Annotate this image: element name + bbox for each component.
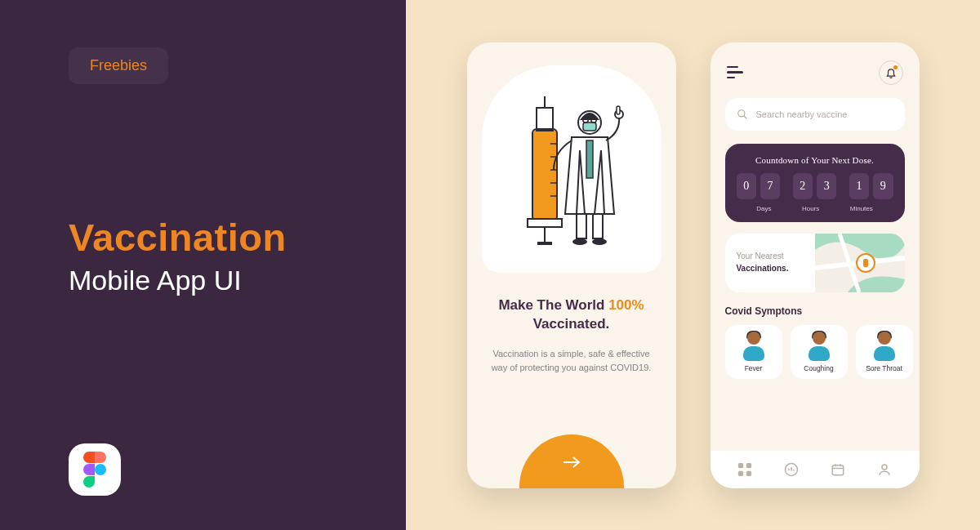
heading-pre: Make The World	[498, 297, 608, 313]
svg-rect-34	[832, 465, 844, 474]
symptom-label: Coughing	[804, 364, 833, 372]
svg-rect-16	[586, 140, 593, 178]
svg-rect-28	[863, 259, 868, 267]
symptom-label: Sore Throat	[866, 364, 902, 372]
phone-onboarding: Make The World 100% Vaccinated. Vaccinat…	[467, 42, 676, 488]
digit: 0	[737, 173, 756, 199]
freebies-badge: Freebies	[69, 47, 168, 84]
person-icon	[804, 332, 834, 361]
title-main: Vaccination	[69, 215, 406, 260]
search-input[interactable]: Search nearby vaccine	[725, 98, 905, 131]
symptom-card[interactable]: Sore Throat	[856, 325, 913, 379]
svg-rect-2	[537, 108, 553, 131]
menu-icon[interactable]	[727, 66, 743, 79]
svg-rect-31	[738, 470, 743, 475]
symptom-label: Fever	[745, 364, 763, 372]
onboarding-illustration	[482, 65, 662, 273]
digit: 1	[849, 173, 869, 199]
digit: 9	[873, 173, 893, 199]
heading-post: Vaccinated.	[533, 316, 610, 332]
figma-logo	[69, 443, 121, 496]
nav-profile[interactable]	[874, 459, 895, 480]
label-minutes: Minutes	[850, 205, 873, 212]
svg-rect-19	[577, 214, 586, 238]
svg-point-21	[572, 238, 587, 245]
svg-line-25	[743, 115, 746, 118]
svg-rect-20	[593, 214, 603, 238]
svg-rect-4	[528, 219, 562, 227]
user-icon	[877, 462, 892, 477]
symptoms-section-title: Covid Symptons	[725, 305, 905, 317]
svg-rect-13	[583, 122, 596, 131]
digit: 3	[817, 173, 836, 199]
svg-point-22	[592, 238, 607, 245]
phone-dashboard: Search nearby vaccine Countdown of Your …	[710, 42, 920, 488]
svg-rect-6	[537, 242, 552, 245]
svg-point-0	[95, 464, 106, 475]
doctor-syringe-illustration	[506, 91, 637, 247]
search-icon	[737, 109, 748, 120]
promo-panel: Freebies Vaccination Mobile App UI	[0, 0, 406, 530]
nearest-vaccinations-card[interactable]: Your Nearest Vaccinations.	[725, 234, 905, 292]
nav-calendar[interactable]	[827, 459, 849, 480]
mockup-panel: Make The World 100% Vaccinated. Vaccinat…	[406, 0, 980, 530]
symptom-card[interactable]: Coughing	[791, 325, 848, 379]
nav-stats[interactable]	[781, 459, 802, 480]
person-icon	[739, 332, 768, 361]
svg-point-24	[737, 109, 744, 116]
heading-accent: 100%	[608, 297, 644, 313]
digit: 7	[760, 173, 780, 199]
svg-rect-32	[746, 470, 751, 475]
symptom-card[interactable]: Fever	[725, 325, 782, 379]
nearest-line2: Vaccinations.	[737, 263, 789, 275]
countdown-labels: Days Hours Minutes	[737, 205, 893, 212]
notification-dot-icon	[893, 65, 898, 69]
figma-icon	[82, 452, 107, 488]
calendar-icon	[831, 462, 845, 477]
notifications-button[interactable]	[879, 60, 903, 85]
countdown-card: Countdown of Your Next Dose. 0 7 2 3 1 9…	[725, 144, 905, 222]
onboarding-description: Vaccination is a simple, safe & effectiv…	[482, 347, 662, 375]
person-icon	[870, 332, 899, 361]
svg-rect-29	[738, 462, 743, 467]
arrow-right-icon	[563, 453, 581, 472]
label-hours: Hours	[802, 205, 819, 212]
svg-rect-30	[746, 462, 751, 467]
svg-point-35	[882, 465, 887, 470]
svg-rect-18	[617, 106, 620, 114]
chart-icon	[784, 462, 799, 477]
bottom-nav	[710, 451, 920, 488]
title-subtitle: Mobile App UI	[69, 265, 406, 296]
search-placeholder: Search nearby vaccine	[756, 109, 848, 119]
nav-home[interactable]	[734, 459, 755, 480]
digit: 2	[793, 173, 813, 199]
onboarding-heading: Make The World 100% Vaccinated.	[482, 296, 662, 335]
symptoms-row: Fever Coughing Sore Throat	[725, 325, 905, 379]
label-days: Days	[756, 205, 771, 212]
svg-rect-1	[532, 129, 557, 220]
map-icon	[815, 234, 905, 292]
countdown-digits: 0 7 2 3 1 9	[737, 173, 893, 199]
nearest-line1: Your Nearest	[737, 251, 789, 263]
countdown-title: Countdown of Your Next Dose.	[737, 155, 893, 165]
title-block: Vaccination Mobile App UI	[69, 215, 406, 296]
grid-icon	[737, 462, 752, 477]
